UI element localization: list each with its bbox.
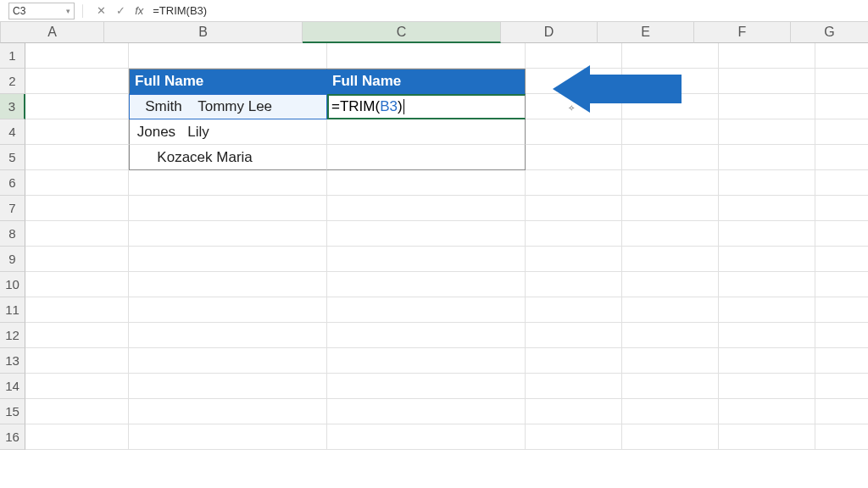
cell-E4[interactable] <box>622 119 719 145</box>
cell-D11[interactable] <box>526 297 622 323</box>
cell-G9[interactable] <box>815 247 868 272</box>
cell-E15[interactable] <box>622 399 719 424</box>
cell-F2[interactable] <box>719 69 815 94</box>
cell-E1[interactable] <box>622 43 719 69</box>
row-header-15[interactable]: 15 <box>0 399 25 424</box>
row-header-7[interactable]: 7 <box>0 196 25 221</box>
cell-E8[interactable] <box>622 221 719 247</box>
cell-B8[interactable] <box>129 221 327 247</box>
cell-C3-active[interactable]: =TRIM(B3) <box>327 94 526 119</box>
cell-D15[interactable] <box>526 399 622 424</box>
cell-F3[interactable] <box>719 94 815 119</box>
cell-B6[interactable] <box>129 170 327 196</box>
row-header-12[interactable]: 12 <box>0 323 25 348</box>
cell-F8[interactable] <box>719 221 815 247</box>
cell-A9[interactable] <box>25 247 129 272</box>
cell-F10[interactable] <box>719 272 815 297</box>
row-header-4[interactable]: 4 <box>0 119 25 145</box>
cell-A10[interactable] <box>25 272 129 297</box>
row-header-2[interactable]: 2 <box>0 69 25 94</box>
cell-A6[interactable] <box>25 170 129 196</box>
cancel-icon[interactable]: ✕ <box>92 4 111 17</box>
cell-D10[interactable] <box>526 272 622 297</box>
cell-B4[interactable]: Jones Lily <box>129 119 327 145</box>
cell-C12[interactable] <box>327 323 526 348</box>
cell-C11[interactable] <box>327 297 526 323</box>
cell-B3[interactable]: Smith Tommy Lee <box>129 94 327 119</box>
cell-D14[interactable] <box>526 374 622 399</box>
cell-C5[interactable] <box>327 145 526 170</box>
cell-E9[interactable] <box>622 247 719 272</box>
cell-A8[interactable] <box>25 221 129 247</box>
cell-C9[interactable] <box>327 247 526 272</box>
cell-C6[interactable] <box>327 170 526 196</box>
row-header-8[interactable]: 8 <box>0 221 25 247</box>
col-header-B[interactable]: B <box>104 22 303 43</box>
cell-C7[interactable] <box>327 196 526 221</box>
cell-F13[interactable] <box>719 348 815 374</box>
cell-E5[interactable] <box>622 145 719 170</box>
cell-A4[interactable] <box>25 119 129 145</box>
cell-F15[interactable] <box>719 399 815 424</box>
cell-E10[interactable] <box>622 272 719 297</box>
cell-B13[interactable] <box>129 348 327 374</box>
cell-G11[interactable] <box>815 297 868 323</box>
formula-input[interactable]: =TRIM(B3) <box>147 4 868 17</box>
name-box[interactable]: C3 ▾ <box>8 3 75 19</box>
cell-B15[interactable] <box>129 399 327 424</box>
cell-E6[interactable] <box>622 170 719 196</box>
cell-E12[interactable] <box>622 323 719 348</box>
col-header-C[interactable]: C <box>303 22 501 43</box>
col-header-A[interactable]: A <box>1 22 104 43</box>
cell-D4[interactable] <box>526 119 622 145</box>
dropdown-icon[interactable]: ▾ <box>66 7 70 15</box>
cell-B2[interactable]: Full Name <box>129 69 327 94</box>
cell-D8[interactable] <box>526 221 622 247</box>
cell-A2[interactable] <box>25 69 129 94</box>
cell-G1[interactable] <box>815 43 868 69</box>
cell-A5[interactable] <box>25 145 129 170</box>
cell-E7[interactable] <box>622 196 719 221</box>
cell-F5[interactable] <box>719 145 815 170</box>
cell-G4[interactable] <box>815 119 868 145</box>
cell-B14[interactable] <box>129 374 327 399</box>
cell-B10[interactable] <box>129 272 327 297</box>
cell-A15[interactable] <box>25 399 129 424</box>
cell-G2[interactable] <box>815 69 868 94</box>
cell-C14[interactable] <box>327 374 526 399</box>
cell-F16[interactable] <box>719 424 815 450</box>
cell-F14[interactable] <box>719 374 815 399</box>
cell-G12[interactable] <box>815 323 868 348</box>
cell-A16[interactable] <box>25 424 129 450</box>
cell-D6[interactable] <box>526 170 622 196</box>
cell-D2[interactable] <box>526 69 622 94</box>
cell-C13[interactable] <box>327 348 526 374</box>
row-header-3[interactable]: 3 <box>0 94 25 119</box>
cell-G15[interactable] <box>815 399 868 424</box>
cell-G13[interactable] <box>815 348 868 374</box>
row-header-6[interactable]: 6 <box>0 170 25 196</box>
cell-C16[interactable] <box>327 424 526 450</box>
cell-D7[interactable] <box>526 196 622 221</box>
cell-D5[interactable] <box>526 145 622 170</box>
cell-F6[interactable] <box>719 170 815 196</box>
cell-F4[interactable] <box>719 119 815 145</box>
cell-G6[interactable] <box>815 170 868 196</box>
cell-C10[interactable] <box>327 272 526 297</box>
row-header-13[interactable]: 13 <box>0 348 25 374</box>
col-header-D[interactable]: D <box>501 22 598 43</box>
cell-D16[interactable] <box>526 424 622 450</box>
cell-C15[interactable] <box>327 399 526 424</box>
cell-A11[interactable] <box>25 297 129 323</box>
cell-D13[interactable] <box>526 348 622 374</box>
cell-G14[interactable] <box>815 374 868 399</box>
cell-C4[interactable] <box>327 119 526 145</box>
enter-icon[interactable]: ✓ <box>111 4 131 17</box>
row-header-5[interactable]: 5 <box>0 145 25 170</box>
cell-F9[interactable] <box>719 247 815 272</box>
row-header-10[interactable]: 10 <box>0 272 25 297</box>
cell-G8[interactable] <box>815 221 868 247</box>
cell-E13[interactable] <box>622 348 719 374</box>
cell-A3[interactable] <box>25 94 129 119</box>
cell-B16[interactable] <box>129 424 327 450</box>
